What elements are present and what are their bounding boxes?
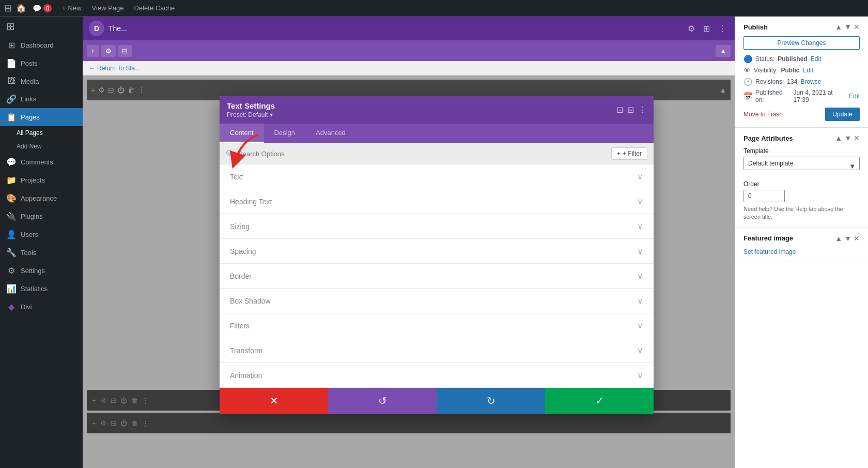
accordion-header-sizing[interactable]: Sizing ∨	[220, 214, 654, 238]
preview-changes-button[interactable]: Preview Changes	[743, 36, 860, 50]
accordion-header-filters[interactable]: Filters ∨	[220, 313, 654, 338]
sidebar-item-pages[interactable]: 📋 Pages	[0, 108, 83, 126]
comment-icon-topbar[interactable]: 💬 0	[28, 2, 56, 14]
visibility-edit-link[interactable]: Edit	[802, 67, 813, 74]
publish-header: Publish ▲ ▼ ✕	[743, 23, 860, 31]
divi-builder-topbar: D The... ⚙ ⊞ ⋮	[83, 17, 735, 40]
help-text: Need help? Use the Help tab above the sc…	[743, 205, 860, 221]
view-page-link[interactable]: View Page	[88, 2, 128, 14]
accordion-header-text[interactable]: Text ∨	[220, 164, 654, 189]
published-edit-link[interactable]: Edit	[849, 93, 860, 100]
sidebar-sub-item-all-pages[interactable]: All Pages	[0, 126, 83, 140]
template-label: Template	[743, 147, 860, 155]
modal-columns-icon[interactable]: ⊟	[627, 105, 634, 115]
redo-button[interactable]: ↻	[437, 388, 545, 414]
sidebar-item-divi[interactable]: ◆ Divi	[0, 298, 83, 316]
sidebar-item-statistics[interactable]: 📊 Statistics	[0, 280, 83, 298]
sidebar-item-dashboard[interactable]: ⊞ Dashboard	[0, 36, 83, 54]
wordpress-logo[interactable]: ⊞	[4, 3, 12, 14]
accordion-item-box-shadow: Box Shadow ∨	[220, 289, 654, 313]
divi-more-icon[interactable]: ⋮	[716, 22, 729, 36]
publish-collapse-up[interactable]: ▲	[835, 23, 842, 31]
dashboard-icon: ⊞	[6, 40, 17, 50]
save-icon: ✓	[595, 395, 604, 407]
chevron-down-icon-filters: ∨	[637, 321, 643, 330]
move-to-trash-link[interactable]: Move to Trash	[743, 111, 783, 118]
sidebar-item-comments[interactable]: 💬 Comments	[0, 153, 83, 171]
modal-preset[interactable]: Preset: Default ▾	[227, 111, 275, 118]
tab-design[interactable]: Design	[264, 124, 305, 143]
return-bar[interactable]: ← Return To Sta...	[83, 61, 735, 76]
sidebar-sub-item-add-new[interactable]: Add New	[0, 140, 83, 153]
settings-icon: ⚙	[6, 266, 17, 276]
search-icon: 🔍	[226, 150, 234, 158]
status-row: 🔵 Status: Published Edit	[743, 55, 860, 63]
delete-cache-link[interactable]: Delete Cache	[130, 2, 179, 14]
filter-icon: +	[617, 150, 621, 157]
divi-grid-icon[interactable]: ⊞	[701, 22, 712, 36]
chevron-down-icon-text: ∨	[637, 172, 643, 182]
filter-button[interactable]: + + Filter	[611, 147, 647, 160]
publish-close[interactable]: ✕	[854, 23, 860, 31]
page-attr-collapse-down[interactable]: ▼	[844, 134, 851, 142]
accordion-item-text: Text ∨	[220, 164, 654, 189]
modal-tabs: Content Design Advanced	[220, 124, 654, 143]
accordion-header-transform[interactable]: Transform ∨	[220, 338, 654, 363]
sidebar-item-media[interactable]: 🖼 Media	[0, 72, 83, 90]
template-select[interactable]: Default templateFull WidthBlank	[743, 157, 860, 170]
tab-content[interactable]: Content	[220, 124, 264, 143]
accordion-header-box-shadow[interactable]: Box Shadow ∨	[220, 289, 654, 313]
accordion-header-border[interactable]: Border ∨	[220, 264, 654, 288]
page-attr-close[interactable]: ✕	[854, 134, 860, 142]
set-featured-image-link[interactable]: Set featured image	[743, 248, 796, 255]
page-attr-collapse-up[interactable]: ▲	[835, 134, 842, 142]
sidebar-item-projects[interactable]: 📁 Projects	[0, 171, 83, 189]
accordion-header-spacing[interactable]: Spacing ∨	[220, 239, 654, 263]
publish-section: Publish ▲ ▼ ✕ Preview Changes 🔵 Status: …	[735, 17, 868, 128]
tab-advanced[interactable]: Advanced	[305, 124, 356, 143]
new-button[interactable]: + New	[58, 2, 86, 14]
divi-page-title: The...	[109, 24, 127, 33]
update-button[interactable]: Update	[825, 108, 860, 121]
search-input[interactable]	[238, 150, 607, 158]
featured-img-close[interactable]: ✕	[854, 234, 860, 243]
revisions-browse-link[interactable]: Browse	[800, 78, 821, 85]
statistics-icon: 📊	[6, 284, 17, 294]
settings-button[interactable]: ⚙	[101, 45, 116, 57]
sidebar-item-users[interactable]: 👤 Users	[0, 225, 83, 244]
order-input[interactable]	[743, 190, 785, 202]
sidebar-item-plugins[interactable]: 🔌 Plugins	[0, 207, 83, 225]
featured-img-collapse-up[interactable]: ▲	[835, 234, 842, 243]
modal-body: 🔍 + + Filter Text ∨	[220, 143, 654, 388]
featured-img-collapse-down[interactable]: ▼	[844, 234, 851, 243]
divi-gear-icon[interactable]: ⚙	[686, 22, 697, 36]
sidebar-item-settings[interactable]: ⚙ Settings	[0, 262, 83, 280]
cancel-icon: ✕	[270, 395, 278, 407]
chevron-down-icon-animation: ∨	[637, 370, 643, 380]
page-attributes-header: Page Attributes ▲ ▼ ✕	[743, 134, 860, 142]
modal-screen-icon[interactable]: ⊡	[616, 105, 623, 115]
status-edit-link[interactable]: Edit	[811, 55, 822, 63]
collapse-button[interactable]: ▲	[716, 45, 731, 57]
save-button[interactable]: ✓	[545, 388, 654, 414]
accordion-header-heading-text[interactable]: Heading Text ∨	[220, 189, 654, 214]
chevron-down-icon-transform: ∨	[637, 345, 643, 355]
undo-button[interactable]: ↺	[328, 388, 437, 414]
divi-icon: ◆	[6, 302, 17, 312]
redo-icon: ↻	[487, 395, 495, 407]
sidebar-item-links[interactable]: 🔗 Links	[0, 90, 83, 108]
sidebar-item-appearance[interactable]: 🎨 Appearance	[0, 189, 83, 207]
chevron-down-icon-border: ∨	[637, 271, 643, 281]
modal-more-icon[interactable]: ⋮	[638, 105, 646, 115]
home-icon[interactable]: 🏠	[16, 3, 26, 13]
accordion-header-animation[interactable]: Animation ∨	[220, 363, 654, 387]
revisions-icon: 🕐	[743, 78, 752, 86]
accordion-item-sizing: Sizing ∨	[220, 214, 654, 239]
sidebar-item-tools[interactable]: 🔧 Tools	[0, 244, 83, 262]
publish-collapse-down[interactable]: ▼	[844, 23, 851, 31]
sidebar-item-posts[interactable]: 📄 Posts	[0, 54, 83, 72]
cancel-button[interactable]: ✕	[220, 388, 328, 414]
layout-button[interactable]: ⊟	[118, 45, 132, 57]
add-module-button[interactable]: +	[87, 45, 99, 57]
calendar-icon: 📅	[743, 92, 752, 100]
